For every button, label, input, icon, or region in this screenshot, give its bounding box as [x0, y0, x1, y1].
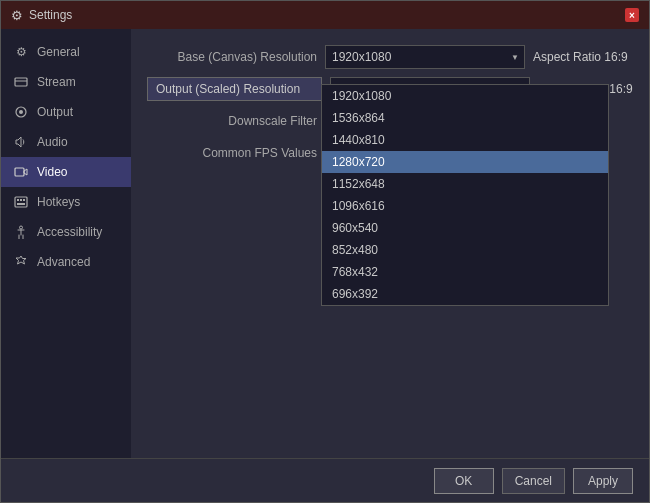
svg-rect-0: [15, 78, 27, 86]
hotkeys-icon: [13, 194, 29, 210]
sidebar-item-label: Output: [37, 105, 73, 119]
footer: OK Cancel Apply: [1, 458, 649, 502]
svg-rect-8: [23, 199, 25, 201]
dropdown-item-1920[interactable]: 1920x1080: [322, 85, 608, 107]
sidebar-item-video[interactable]: Video: [1, 157, 131, 187]
dropdown-item-696[interactable]: 696x392: [322, 283, 608, 305]
svg-rect-5: [15, 197, 27, 207]
dropdown-item-768[interactable]: 768x432: [322, 261, 608, 283]
base-resolution-select-wrapper: 1920x1080: [325, 45, 525, 69]
dropdown-item-1440[interactable]: 1440x810: [322, 129, 608, 151]
base-resolution-select[interactable]: 1920x1080: [325, 45, 525, 69]
sidebar-item-general[interactable]: ⚙ General: [1, 37, 131, 67]
sidebar-item-accessibility[interactable]: Accessibility: [1, 217, 131, 247]
dropdown-item-1280[interactable]: 1280x720: [322, 151, 608, 173]
stream-icon: [13, 74, 29, 90]
svg-rect-9: [17, 203, 25, 205]
sidebar-item-hotkeys[interactable]: Hotkeys: [1, 187, 131, 217]
sidebar-item-audio[interactable]: Audio: [1, 127, 131, 157]
audio-icon: [13, 134, 29, 150]
sidebar-item-label: Accessibility: [37, 225, 102, 239]
gear-icon: ⚙: [11, 8, 23, 23]
dropdown-item-1096[interactable]: 1096x616: [322, 195, 608, 217]
ok-button[interactable]: OK: [434, 468, 494, 494]
svg-point-3: [19, 110, 23, 114]
downscale-filter-label: Downscale Filter: [147, 114, 317, 128]
dropdown-item-1152[interactable]: 1152x648: [322, 173, 608, 195]
sidebar-item-label: Hotkeys: [37, 195, 80, 209]
sidebar-item-label: Stream: [37, 75, 76, 89]
output-icon: [13, 104, 29, 120]
advanced-icon: [13, 254, 29, 270]
accessibility-icon: [13, 224, 29, 240]
sidebar-item-stream[interactable]: Stream: [1, 67, 131, 97]
dropdown-item-852[interactable]: 852x480: [322, 239, 608, 261]
close-button[interactable]: ×: [625, 8, 639, 22]
sidebar-item-label: General: [37, 45, 80, 59]
sidebar: ⚙ General Stream: [1, 29, 131, 458]
base-resolution-label: Base (Canvas) Resolution: [147, 50, 317, 64]
output-resolution-label-btn[interactable]: Output (Scaled) Resolution: [147, 77, 322, 101]
sidebar-item-label: Video: [37, 165, 67, 179]
sidebar-item-label: Advanced: [37, 255, 90, 269]
title-bar-text: ⚙ Settings: [11, 8, 72, 23]
svg-rect-4: [15, 168, 24, 176]
settings-window: ⚙ Settings × ⚙ General Stream: [0, 0, 650, 503]
apply-button[interactable]: Apply: [573, 468, 633, 494]
sidebar-item-output[interactable]: Output: [1, 97, 131, 127]
title-bar: ⚙ Settings ×: [1, 1, 649, 29]
video-icon: [13, 164, 29, 180]
base-aspect-ratio: Aspect Ratio 16:9: [533, 50, 628, 64]
svg-rect-6: [17, 199, 19, 201]
window-title: Settings: [29, 8, 72, 22]
dropdown-item-960[interactable]: 960x540: [322, 217, 608, 239]
svg-point-10: [20, 226, 23, 229]
cancel-button[interactable]: Cancel: [502, 468, 565, 494]
general-icon: ⚙: [13, 44, 29, 60]
dropdown-item-1536[interactable]: 1536x864: [322, 107, 608, 129]
common-fps-label: Common FPS Values: [147, 146, 317, 160]
svg-rect-7: [20, 199, 22, 201]
base-resolution-row: Base (Canvas) Resolution 1920x1080 Aspec…: [147, 45, 633, 69]
resolution-dropdown: 1920x1080 1536x864 1440x810 1280x720 115…: [321, 84, 609, 306]
main-layout: ⚙ General Stream: [1, 29, 649, 458]
sidebar-item-label: Audio: [37, 135, 68, 149]
main-content: Base (Canvas) Resolution 1920x1080 Aspec…: [131, 29, 649, 458]
sidebar-item-advanced[interactable]: Advanced: [1, 247, 131, 277]
